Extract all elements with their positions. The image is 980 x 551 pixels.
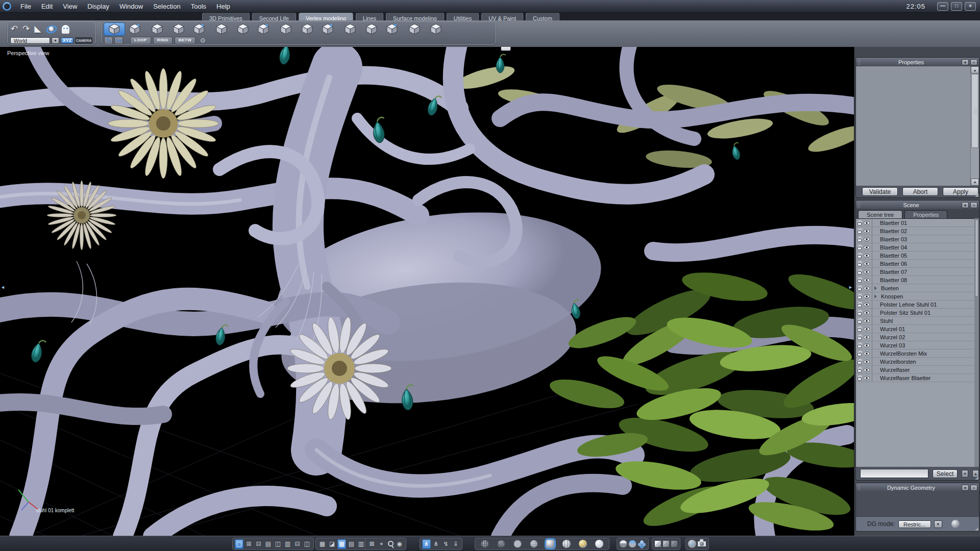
- ring-button[interactable]: RING: [153, 37, 173, 44]
- visibility-eye-icon[interactable]: [864, 343, 870, 347]
- expand-arrow-icon[interactable]: [873, 352, 877, 356]
- viewport-left-scroll-icon[interactable]: ◄: [1, 285, 5, 290]
- menu-item[interactable]: File: [15, 1, 36, 12]
- dg-preview-sphere-icon[interactable]: [951, 520, 960, 528]
- scene-tree-scrollbar[interactable]: [974, 218, 979, 467]
- grid-x-axis-icon[interactable]: ▤: [347, 539, 356, 549]
- expand-arrow-icon[interactable]: [873, 262, 877, 266]
- lock-icon[interactable]: [857, 269, 862, 274]
- lock-icon[interactable]: [857, 318, 862, 323]
- scene-tree-tab[interactable]: Scene tree: [858, 210, 902, 218]
- grid-shaded-icon[interactable]: ◪: [328, 539, 336, 549]
- panel-close-icon[interactable]: ×: [970, 202, 977, 208]
- scene-tree-item[interactable]: Blaetter 07: [856, 268, 979, 276]
- screenshot-camera-icon[interactable]: [697, 541, 706, 547]
- look-around-icon[interactable]: ◉: [395, 539, 404, 549]
- lock-icon[interactable]: [857, 375, 862, 381]
- lock-icon[interactable]: [857, 245, 862, 250]
- dg-mode-select[interactable]: Restric...: [898, 520, 931, 528]
- visibility-eye-icon[interactable]: [864, 286, 870, 290]
- validate-button[interactable]: Validate: [862, 187, 898, 196]
- xray-object-icon[interactable]: [671, 540, 678, 547]
- visibility-eye-icon[interactable]: [864, 229, 870, 233]
- expand-arrow-icon[interactable]: [874, 286, 877, 290]
- expand-arrow-icon[interactable]: [873, 229, 877, 233]
- expand-arrow-icon[interactable]: [873, 343, 877, 347]
- visibility-eye-icon[interactable]: [864, 360, 870, 364]
- scene-tree-item[interactable]: Blaetter 01: [856, 219, 979, 227]
- expand-arrow-icon[interactable]: [873, 327, 877, 331]
- tool-weld[interactable]: [297, 22, 318, 36]
- grid-lock-icon[interactable]: ▦: [318, 539, 327, 549]
- camera-button[interactable]: CAMERA: [75, 37, 92, 44]
- tool-extract[interactable]: [168, 22, 189, 36]
- tool-dissociate[interactable]: [146, 22, 168, 36]
- between-button[interactable]: BETW: [175, 37, 196, 44]
- scene-tree-item[interactable]: Blaetter 06: [856, 260, 979, 268]
- lock-icon[interactable]: [857, 343, 862, 348]
- scene-tree-item[interactable]: Blaetter 03: [856, 235, 979, 243]
- layout-single-icon[interactable]: ▢: [235, 539, 243, 549]
- visibility-eye-icon[interactable]: [864, 254, 870, 258]
- world-dropdown-icon[interactable]: ▼: [52, 37, 59, 44]
- paint-select-icon[interactable]: ✎: [104, 37, 113, 44]
- properties-scrollbar[interactable]: ▲ ▼: [970, 66, 979, 186]
- grid-z-axis-icon[interactable]: ▥: [357, 539, 365, 549]
- tool-bridge[interactable]: [318, 22, 339, 36]
- expand-arrow-icon[interactable]: [873, 368, 877, 372]
- menu-item[interactable]: Tools: [186, 1, 211, 12]
- viewport-top-handle[interactable]: [501, 47, 511, 51]
- lock-icon[interactable]: [857, 253, 862, 258]
- tool-offset[interactable]: [382, 22, 404, 36]
- visibility-eye-icon[interactable]: [864, 368, 870, 372]
- lock-icon[interactable]: [857, 302, 862, 307]
- move-manipulator-icon[interactable]: ⋔: [432, 539, 440, 549]
- tab-3d-primitives[interactable]: 3D Primitives: [202, 12, 250, 20]
- layout-split-vertical-icon[interactable]: ◫: [303, 539, 311, 549]
- world-space-select[interactable]: World: [10, 37, 50, 44]
- scene-tree-item[interactable]: Wurzelfaser: [856, 366, 979, 374]
- scene-tree-item[interactable]: Wurzel 01: [856, 325, 979, 333]
- visibility-eye-icon[interactable]: [864, 294, 870, 298]
- visibility-eye-icon[interactable]: [864, 237, 870, 241]
- soft-selection-icon[interactable]: ⊙: [200, 37, 205, 44]
- smooth-wire-shading-icon[interactable]: [562, 540, 571, 548]
- lock-icon[interactable]: [857, 351, 862, 356]
- tool-bevel[interactable]: [339, 22, 361, 36]
- expand-arrow-icon[interactable]: [873, 376, 877, 380]
- menu-item[interactable]: Edit: [36, 1, 58, 12]
- material-shading-icon[interactable]: [579, 540, 587, 548]
- tab-custom[interactable]: Custom: [526, 12, 559, 20]
- grid-axes-icon[interactable]: ▦: [337, 539, 346, 549]
- expand-arrow-icon[interactable]: [873, 319, 877, 323]
- zoom-view-icon[interactable]: [387, 540, 394, 547]
- visibility-eye-icon[interactable]: [864, 335, 870, 339]
- scene-tree-item[interactable]: Blaetter 05: [856, 252, 979, 260]
- lock-icon[interactable]: [857, 278, 862, 283]
- scene-properties-tab[interactable]: Properties: [904, 210, 947, 218]
- expand-arrow-icon[interactable]: [873, 360, 877, 364]
- scene-tree-item[interactable]: Stuhl: [856, 317, 979, 325]
- tool-smooth[interactable]: [254, 22, 275, 36]
- transparent-object-icon[interactable]: [663, 540, 670, 547]
- textured-shading-icon[interactable]: [595, 540, 603, 548]
- resize-grip-icon[interactable]: ◢: [975, 475, 978, 480]
- minimize-button[interactable]: —: [937, 2, 948, 11]
- resize-grip-icon[interactable]: ◢: [975, 192, 978, 197]
- clipping-icon[interactable]: [619, 540, 627, 548]
- scroll-up-icon[interactable]: ▲: [971, 66, 979, 73]
- lock-icon[interactable]: [857, 229, 862, 234]
- visibility-eye-icon[interactable]: [864, 262, 870, 266]
- delete-icon[interactable]: ◣: [35, 24, 41, 34]
- lock-icon[interactable]: [857, 359, 862, 364]
- tool-extrude-edge[interactable]: [211, 22, 232, 36]
- flat-wire-shading-icon[interactable]: [530, 540, 538, 548]
- scene-tree-item[interactable]: Bueten: [856, 284, 979, 292]
- menu-item[interactable]: Window: [114, 1, 148, 12]
- tool-stretch[interactable]: [104, 22, 125, 36]
- panel-close-icon[interactable]: ×: [970, 485, 977, 491]
- visibility-eye-icon[interactable]: [864, 311, 870, 315]
- layout-three-bottom-icon[interactable]: ⊟: [254, 539, 263, 549]
- apply-button[interactable]: Apply: [943, 187, 978, 196]
- tab-utilities[interactable]: Utilities: [447, 12, 479, 20]
